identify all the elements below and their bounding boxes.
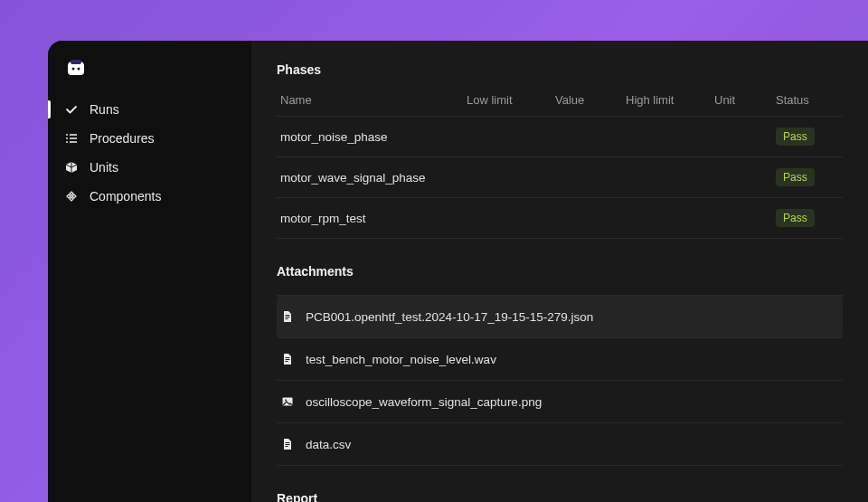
col-low-limit: Low limit — [467, 93, 548, 107]
attachment-item[interactable]: test_bench_motor_noise_level.wav — [277, 338, 843, 381]
nav-item-label: Components — [90, 189, 161, 204]
main-content: Phases Name Low limit Value High limit U… — [251, 41, 868, 502]
app-window: RunsProceduresUnitsComponents Phases Nam… — [48, 41, 868, 502]
nav-item-procedures[interactable]: Procedures — [48, 124, 251, 153]
svg-rect-10 — [286, 317, 290, 317]
svg-rect-17 — [286, 442, 290, 443]
attachments-section: Attachments PCB001.openhtf_test.2024-10-… — [277, 264, 843, 466]
col-value: Value — [555, 93, 618, 107]
table-row[interactable]: motor_noise_phasePass — [277, 117, 843, 157]
nav-item-components[interactable]: Components — [48, 182, 251, 211]
attachment-name: PCB001.openhtf_test.2024-10-17_19-15-15-… — [306, 310, 593, 324]
attachment-name: oscilloscope_waveform_signal_capture.png — [306, 395, 542, 409]
status-badge: Pass — [776, 209, 815, 227]
col-high-limit: High limit — [626, 93, 707, 107]
phases-table: Name Low limit Value High limit Unit Sta… — [277, 93, 843, 239]
col-status: Status — [776, 93, 839, 107]
attachment-name: data.csv — [306, 438, 351, 451]
svg-rect-13 — [286, 359, 290, 360]
nav-item-label: Units — [90, 160, 118, 175]
svg-rect-18 — [286, 444, 290, 445]
attachment-name: test_bench_motor_noise_level.wav — [306, 353, 496, 366]
nav-item-label: Runs — [90, 102, 119, 117]
list-icon — [64, 131, 79, 146]
phases-title: Phases — [277, 62, 843, 77]
cell-status: Pass — [776, 128, 839, 146]
svg-point-5 — [66, 137, 68, 139]
svg-point-3 — [66, 134, 68, 136]
cube-icon — [64, 160, 79, 175]
svg-rect-11 — [286, 318, 288, 319]
attachments-title: Attachments — [277, 264, 843, 279]
svg-rect-12 — [286, 357, 290, 358]
cell-name: motor_rpm_test — [280, 212, 459, 225]
svg-rect-14 — [286, 361, 288, 362]
svg-point-2 — [78, 68, 80, 71]
col-unit: Unit — [714, 93, 769, 107]
nav-item-units[interactable]: Units — [48, 153, 251, 182]
svg-rect-4 — [70, 134, 77, 136]
check-icon — [64, 102, 79, 117]
report-section: Report — [277, 491, 843, 502]
svg-point-1 — [72, 68, 75, 71]
attachment-item[interactable]: data.csv — [277, 423, 843, 466]
svg-rect-0 — [71, 60, 81, 64]
table-row[interactable]: motor_rpm_testPass — [277, 198, 843, 239]
nav-item-label: Procedures — [90, 131, 155, 146]
svg-rect-9 — [286, 315, 290, 316]
table-row[interactable]: motor_wave_signal_phasePass — [277, 157, 843, 198]
cell-status: Pass — [776, 168, 839, 186]
svg-rect-8 — [70, 141, 77, 143]
col-name: Name — [280, 93, 459, 107]
app-logo — [64, 57, 88, 79]
attachments-list: PCB001.openhtf_test.2024-10-17_19-15-15-… — [277, 295, 843, 466]
file-icon — [280, 309, 295, 324]
svg-rect-6 — [70, 137, 77, 139]
cell-status: Pass — [776, 209, 839, 227]
phases-table-header: Name Low limit Value High limit Unit Sta… — [277, 93, 843, 117]
svg-point-16 — [285, 400, 287, 402]
components-icon — [64, 189, 79, 204]
nav-item-runs[interactable]: Runs — [48, 95, 251, 124]
attachment-item[interactable]: PCB001.openhtf_test.2024-10-17_19-15-15-… — [277, 296, 843, 338]
file-icon — [280, 437, 295, 451]
phases-section: Phases Name Low limit Value High limit U… — [277, 62, 843, 239]
sidebar: RunsProceduresUnitsComponents — [48, 41, 251, 502]
file-icon — [280, 352, 295, 366]
cell-name: motor_wave_signal_phase — [280, 171, 459, 185]
cell-name: motor_noise_phase — [280, 130, 459, 144]
report-title: Report — [277, 491, 843, 502]
image-icon — [280, 394, 295, 409]
status-badge: Pass — [776, 128, 815, 146]
svg-rect-19 — [286, 446, 288, 447]
svg-point-7 — [66, 141, 68, 143]
status-badge: Pass — [776, 168, 815, 186]
attachment-item[interactable]: oscilloscope_waveform_signal_capture.png — [277, 381, 843, 423]
